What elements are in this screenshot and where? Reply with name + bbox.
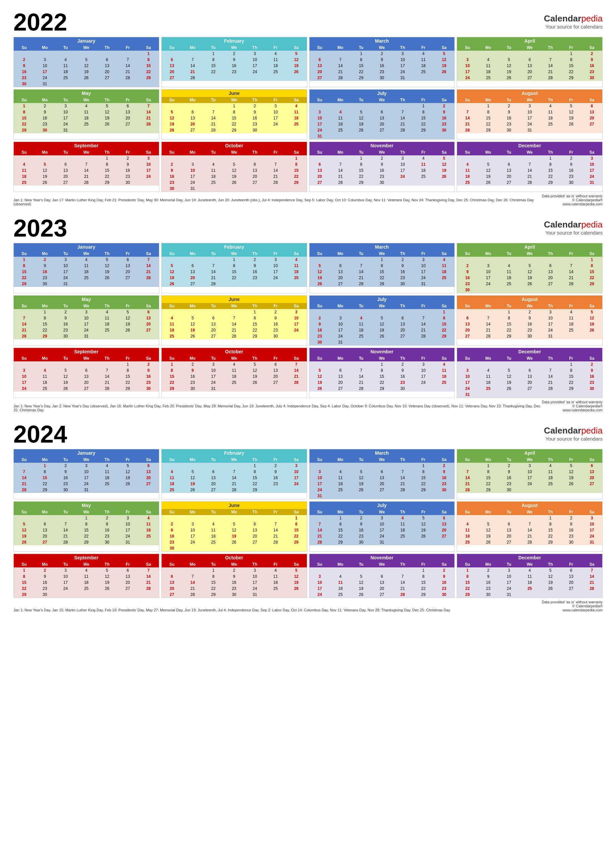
sep-2024-header: September [14,554,159,561]
footnotes-2022: Jan 1: New Year's Day, Jan 17: Martin Lu… [13,194,603,206]
jul-2023-table: SuMoTuWeThFrSa 1 2345678 9101112131415 1… [309,303,455,345]
brand-logo-2023: Calendarpedia Your source for calendars [544,216,603,236]
jun-2022-header: June [162,90,307,97]
jun-2024-header: June [162,501,307,509]
jun-2024-table: SuMoTuWeThFrSa 1 2345678 9101112131415 1… [162,509,307,551]
feb-2022-table: SuMoTuWeThFrSa 12345 6789101112 13141516… [162,45,307,81]
brand-logo-2024: Calendarpedia Your source for calendars [544,422,603,442]
apr-2024-header: April [457,449,602,457]
jul-2022: July SuMoTuWeThFrSa 12 3456789 101112131… [309,89,455,140]
jun-2024: June SuMoTuWeThFrSa 1 2345678 9101112131… [161,501,307,551]
year-2023-header: 2023 Calendarpedia Your source for calen… [13,216,603,240]
jan-2022: January SuMoTuWeThFrSa 1 2345678 9101112… [13,37,159,87]
jan-2024: January SuMoTuWeThFrSa 123456 7891011121… [13,449,159,499]
aug-2022: August SuMoTuWeThFrSa 123456 78910111213… [457,89,603,140]
jul-2024: July SuMoTuWeThFrSa 123456 78910111213 1… [309,501,455,551]
year-2024: 2024 Calendarpedia Your source for calen… [13,422,603,612]
nov-2022-header: November [309,142,455,149]
apr-2022: April SuMoTuWeThFrSa 12 3456789 10111213… [457,37,603,87]
dec-2022-table: SuMoTuWeThFrSa 123 45678910 111213141516… [457,149,602,186]
year-2022-title: 2022 [13,10,67,34]
nov-2023-header: November [309,348,455,355]
holidays-2022: Jan 1: New Year's Day, Jan 17: Martin Lu… [13,198,541,206]
apr-2023: April SuMoTuWeThFrSa 1 2345678 910111213… [457,243,603,293]
jan-2023: January SuMoTuWeThFrSa 1234567 891011121… [13,243,159,293]
brand-logo-2022: Calendarpedia Your source for calendars [544,10,603,30]
jun-2022: June SuMoTuWeThFrSa 1234 567891011 12131… [161,89,307,140]
year-2022-header: 2022 Calendarpedia Your source for calen… [13,10,603,34]
oct-2024: October SuMoTuWeThFrSa 12345 6789101112 … [161,554,307,598]
aug-2023: August SuMoTuWeThFrSa 12345 6789101112 1… [457,295,603,346]
feb-2024-table: SuMoTuWeThFrSa 123 45678910 111213141516… [162,457,307,493]
oct-2024-header: October [162,554,307,561]
oct-2023: October SuMoTuWeThFrSa 1234567 891011121… [161,348,307,398]
copyright-2023: Data provided 'as is' without warranty ©… [541,400,603,412]
apr-2022-table: SuMoTuWeThFrSa 12 3456789 10111213141516… [457,45,602,81]
jan-2022-header: January [14,37,159,45]
aug-2023-header: August [457,296,602,303]
jul-2022-table: SuMoTuWeThFrSa 12 3456789 10111213141516… [309,97,455,139]
copyright-2024: Data provided 'as is' without warranty ©… [541,600,603,612]
year-2024-header: 2024 Calendarpedia Your source for calen… [13,422,603,446]
row1-2022: January SuMoTuWeThFrSa 1 2345678 9101112… [13,37,603,87]
page: 2022 Calendarpedia Your source for calen… [0,0,616,632]
nov-2023: November SuMoTuWeThFrSa 1234 567891011 1… [309,348,455,398]
jul-2024-header: July [309,501,455,509]
sep-2024-table: SuMoTuWeThFrSa 1234567 891011121314 1516… [14,561,159,598]
sep-2022: September SuMoTuWeThFrSa 123 45678910 11… [13,142,159,192]
nov-2024: November SuMoTuWeThFrSa 12 3456789 10111… [309,554,455,598]
footnotes-2024: Jan 1: New Year's Day, Jan 15: Martin Lu… [13,600,603,612]
may-2024-header: May [14,501,159,509]
dec-2022-header: December [457,142,602,149]
feb-2023: February SuMoTuWeThFrSa 1234 567891011 1… [161,243,307,293]
row2-2022: May SuMoTuWeThFrSa 1234567 891011121314 … [13,89,603,140]
jul-2023-header: July [309,296,455,303]
may-2024-table: SuMoTuWeThFrSa 1234 567891011 1213141516… [14,509,159,545]
jan-2022-table: SuMoTuWeThFrSa 1 2345678 9101112131415 1… [14,45,159,87]
apr-2024-table: SuMoTuWeThFrSa 123456 78910111213 141516… [457,457,602,493]
feb-2023-header: February [162,243,307,251]
footnotes-2023: Jan 1: New Year's Day, Jan 2: New Year's… [13,400,603,412]
mar-2022: March SuMoTuWeThFrSa 12345 6789101112 13… [309,37,455,87]
apr-2023-header: April [457,243,602,251]
aug-2022-header: August [457,90,602,97]
jan-2023-header: January [14,243,159,251]
jul-2024-table: SuMoTuWeThFrSa 123456 78910111213 141516… [309,509,455,545]
aug-2024-header: August [457,501,602,509]
row3-2023: September SuMoTuWeThFrSa 12 3456789 1011… [13,348,603,398]
nov-2022-table: SuMoTuWeThFrSa 12345 6789101112 13141516… [309,149,455,186]
apr-2022-header: April [457,37,602,45]
feb-2022-header: February [162,37,307,45]
copyright-2022: Data provided 'as is' without warranty ©… [541,194,603,206]
jun-2023-table: SuMoTuWeThFrSa 123 45678910 111213141516… [162,303,307,339]
jan-2023-table: SuMoTuWeThFrSa 1234567 891011121314 1516… [14,251,159,287]
mar-2023-table: SuMoTuWeThFrSa 1234 567891011 1213141516… [309,251,455,287]
mar-2024-table: SuMoTuWeThFrSa 12 3456789 10111213141516… [309,457,455,499]
nov-2024-header: November [309,554,455,561]
row2-2024: May SuMoTuWeThFrSa 1234 567891011 121314… [13,501,603,551]
dec-2022: December SuMoTuWeThFrSa 123 45678910 111… [457,142,603,192]
row3-2024: September SuMoTuWeThFrSa 1234567 8910111… [13,554,603,598]
oct-2022: October SuMoTuWeThFrSa 1 2345678 9101112… [161,142,307,192]
sep-2023-header: September [14,348,159,355]
jun-2023-header: June [162,296,307,303]
may-2023: May SuMoTuWeThFrSa 123456 78910111213 14… [13,295,159,346]
nov-2024-table: SuMoTuWeThFrSa 12 3456789 10111213141516… [309,561,455,598]
feb-2024-header: February [162,449,307,457]
dec-2023-table: SuMoTuWeThFrSa 12 3456789 10111213141516… [457,355,602,398]
year-2023-title: 2023 [13,216,67,240]
mar-2024: March SuMoTuWeThFrSa 12 3456789 10111213… [309,449,455,499]
feb-2024: February SuMoTuWeThFrSa 123 45678910 111… [161,449,307,499]
apr-2023-table: SuMoTuWeThFrSa 1 2345678 9101112131415 1… [457,251,602,293]
mar-2022-header: March [309,37,455,45]
mar-2022-table: SuMoTuWeThFrSa 12345 6789101112 13141516… [309,45,455,81]
dec-2024-header: December [457,554,602,561]
oct-2024-table: SuMoTuWeThFrSa 12345 6789101112 13141516… [162,561,307,598]
sep-2023: September SuMoTuWeThFrSa 12 3456789 1011… [13,348,159,398]
year-2023: 2023 Calendarpedia Your source for calen… [13,216,603,412]
nov-2022: November SuMoTuWeThFrSa 12345 6789101112… [309,142,455,192]
jul-2022-header: July [309,90,455,97]
mar-2024-header: March [309,449,455,457]
dec-2024: December SuMoTuWeThFrSa 1234567 89101112… [457,554,603,598]
row2-2023: May SuMoTuWeThFrSa 123456 78910111213 14… [13,295,603,346]
